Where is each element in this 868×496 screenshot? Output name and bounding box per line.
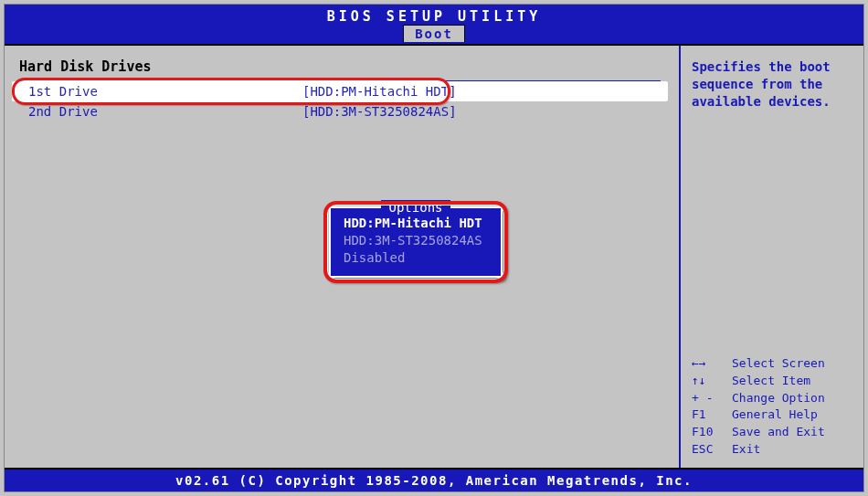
key-plusminus: + - — [692, 390, 732, 407]
app-title: BIOS SETUP UTILITY — [327, 8, 542, 25]
key-arrows-lr: ←→ — [692, 355, 732, 373]
options-popup[interactable]: Options HDD:PM-Hitachi HDT HDD:3M-ST3250… — [329, 206, 503, 278]
footer-text: v02.61 (C) Copyright 1985-2008, American… — [175, 473, 693, 488]
key-esc: ESC — [692, 441, 732, 459]
drive-row-1[interactable]: 1st Drive [HDD:PM-Hitachi HDT] — [12, 81, 668, 101]
help-panel: Specifies the boot sequence from the ava… — [681, 46, 863, 468]
key-desc-0: Select Screen — [732, 355, 825, 373]
help-text: Specifies the boot sequence from the ava… — [692, 58, 854, 111]
tab-boot[interactable]: Boot — [403, 25, 465, 42]
popup-item-0[interactable]: HDD:PM-Hitachi HDT — [344, 215, 488, 232]
popup-item-1[interactable]: HDD:3M-ST3250824AS — [344, 232, 488, 249]
key-desc-4: Save and Exit — [732, 424, 825, 441]
key-desc-1: Select Item — [732, 373, 810, 390]
popup-item-2[interactable]: Disabled — [344, 249, 488, 267]
key-desc-3: General Help — [732, 406, 818, 424]
drive-1-label: 1st Drive — [28, 84, 302, 99]
key-desc-2: Change Option — [732, 390, 825, 407]
key-arrows-ud: ↑↓ — [692, 373, 732, 390]
tab-bar: Boot — [5, 25, 863, 44]
key-desc-5: Exit — [732, 441, 760, 459]
key-f1: F1 — [692, 406, 732, 424]
drive-2-value: [HDD:3M-ST3250824AS] — [302, 104, 457, 119]
drive-2-label: 2nd Drive — [28, 104, 302, 119]
bios-window: BIOS SETUP UTILITY Boot Hard Disk Drives… — [4, 4, 864, 492]
popup-title: Options — [344, 200, 488, 215]
key-help: ←→Select Screen ↑↓Select Item + -Change … — [692, 355, 854, 459]
title-bar: BIOS SETUP UTILITY — [5, 5, 863, 25]
drive-row-2[interactable]: 2nd Drive [HDD:3M-ST3250824AS] — [19, 101, 661, 121]
footer: v02.61 (C) Copyright 1985-2008, American… — [5, 468, 863, 491]
main-panel: Hard Disk Drives 1st Drive [HDD:PM-Hitac… — [5, 46, 681, 468]
options-popup-wrap: Options HDD:PM-Hitachi HDT HDD:3M-ST3250… — [329, 206, 503, 278]
section-heading: Hard Disk Drives — [19, 58, 661, 75]
key-f10: F10 — [692, 424, 732, 441]
drive-1-value: [HDD:PM-Hitachi HDT] — [302, 84, 457, 99]
